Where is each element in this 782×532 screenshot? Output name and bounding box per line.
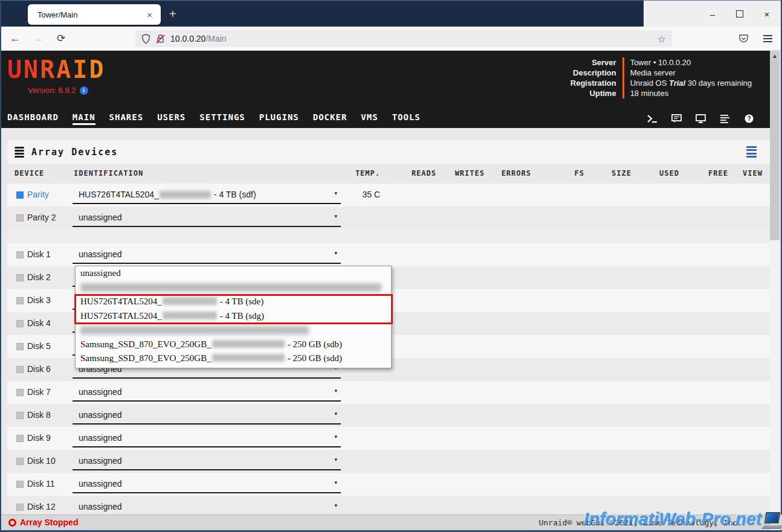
server-info-value: 18 minutes (624, 88, 752, 98)
censored-device-bar (80, 326, 309, 335)
back-button[interactable]: ← (6, 33, 24, 45)
nav-docker[interactable]: DOCKER (313, 112, 347, 125)
status-footer: Array Stopped Unraid® webGui ©2021, Lime… (1, 514, 782, 530)
nav-vms[interactable]: VMS (361, 112, 378, 125)
pocket-icon[interactable] (738, 34, 749, 43)
server-info-value: Tower • 10.0.0.20 (624, 57, 752, 68)
panel-title: Array Devices (31, 147, 118, 158)
device-select[interactable]: HUS726T4TAL5204_- 4 TB (sdf) ▾ (73, 184, 341, 204)
info-icon[interactable]: i (80, 86, 88, 95)
status-square-gray (16, 343, 24, 350)
col-writes: WRITES (439, 169, 485, 178)
chevron-down-icon: ▾ (334, 479, 337, 486)
disk-stack-icon (15, 147, 24, 158)
col-size: SIZE (590, 169, 632, 178)
device-label: Disk 3 (27, 295, 51, 305)
device-label: Disk 1 (27, 249, 51, 259)
select-value: HUS726T4TAL5204_- 4 TB (sdf) (79, 190, 256, 200)
tab-close-icon[interactable]: × (144, 10, 155, 20)
device-select[interactable]: unassigned ▾ (73, 243, 341, 264)
device-select[interactable]: unassigned ▾ (73, 207, 341, 227)
device-label: Disk 7 (27, 387, 51, 397)
page-scrollbar[interactable]: ▲ (770, 51, 780, 530)
scrollbar-thumb[interactable] (770, 62, 780, 240)
insecure-lock-icon[interactable] (155, 34, 166, 44)
minimize-button[interactable]: – (707, 9, 718, 19)
status-square-blue (16, 191, 24, 199)
shield-icon[interactable] (141, 34, 150, 44)
nav-dashboard[interactable]: DASHBOARD (7, 112, 59, 125)
col-free: FREE (684, 169, 728, 178)
device-select[interactable]: unassigned ▾ (73, 473, 341, 493)
url-bar[interactable]: 10.0.0.20/Main ☆ (135, 30, 672, 47)
censored-serial (212, 340, 285, 348)
censored-serial (212, 354, 285, 362)
server-info-value: Media server (624, 68, 752, 78)
status-square-gray (16, 412, 24, 419)
device-select[interactable]: unassigned ▾ (73, 404, 341, 425)
version-label: Version: 6.9.2 (28, 86, 76, 95)
nav-plugins[interactable]: PLUGINS (259, 112, 299, 125)
server-info-label: Uptime (570, 88, 624, 98)
close-button[interactable]: × (761, 9, 772, 19)
device-label: Disk 4 (27, 318, 51, 328)
new-tab-button[interactable]: + (169, 7, 176, 21)
log-icon[interactable] (720, 114, 730, 123)
nav-main[interactable]: MAIN (73, 112, 95, 125)
reload-button[interactable]: ⟳ (52, 32, 70, 45)
device-label: Parity 2 (27, 213, 56, 222)
table-row-parity: Parity HUS726T4TAL5204_- 4 TB (sdf) ▾ 35… (7, 184, 770, 207)
col-reads: READS (388, 169, 436, 178)
device-link[interactable]: Parity (27, 190, 49, 199)
url-host: 10.0.0.20 (170, 34, 205, 43)
dropdown-option-censored[interactable] (76, 323, 391, 338)
menu-icon[interactable] (763, 35, 772, 42)
table-row-disk9: Disk 9 unassigned ▾ (7, 427, 770, 450)
device-label: Disk 11 (27, 479, 55, 489)
dropdown-option-samsung-sdb[interactable]: Samsung_SSD_870_EVO_250GB_- 250 GB (sdb) (76, 338, 391, 352)
svg-text:?: ? (747, 115, 751, 122)
chevron-down-icon: ▾ (334, 502, 337, 508)
chevron-down-icon: ▾ (334, 250, 337, 256)
red-annotation-box (74, 294, 393, 324)
browser-toolbar: ← → ⟳ 10.0.0.20/Main ☆ (1, 27, 781, 51)
device-select[interactable]: unassigned ▾ (73, 427, 341, 447)
censored-device-bar (80, 283, 381, 292)
unraid-header: UNRAID Version: 6.9.2 i Server Tower • 1… (1, 51, 772, 109)
forward-button: → (29, 33, 47, 45)
status-square-gray (16, 481, 24, 488)
terminal-icon[interactable] (647, 114, 658, 123)
watermark-text: InformatiWeb-Pro.net (584, 509, 761, 529)
tab-bar: Tower/Main × + – × (1, 0, 781, 27)
array-status: Array Stopped (8, 518, 78, 527)
dropdown-option-unassigned[interactable]: unassigned (76, 266, 391, 281)
bookmark-star-icon[interactable]: ☆ (658, 33, 666, 45)
table-row-disk7: Disk 7 unassigned ▾ (7, 381, 770, 404)
help-icon[interactable]: ? (744, 114, 754, 123)
dropdown-option-samsung-sdd[interactable]: Samsung_SSD_870_EVO_250GB_- 250 GB (sdd) (76, 351, 391, 366)
nav-tools[interactable]: TOOLS (392, 112, 421, 125)
unraid-logo[interactable]: UNRAID (7, 56, 106, 83)
col-view: VIEW (732, 169, 763, 178)
dropdown-option-censored[interactable] (76, 281, 391, 295)
browser-tab[interactable]: Tower/Main × (28, 4, 161, 25)
nav-settings[interactable]: SETTINGS (199, 112, 245, 125)
device-select[interactable]: unassigned ▾ (73, 381, 341, 402)
device-select[interactable]: unassigned ▾ (73, 450, 341, 470)
nav-users[interactable]: USERS (157, 112, 186, 125)
scroll-up-icon[interactable]: ▲ (770, 51, 780, 62)
list-view-icon[interactable] (746, 146, 757, 158)
version-line: Version: 6.9.2 i (28, 86, 88, 95)
monitor-icon[interactable] (696, 114, 706, 123)
table-row-disk10: Disk 10 unassigned ▾ (7, 450, 770, 473)
status-square-gray (16, 366, 24, 373)
nav-shares[interactable]: SHARES (109, 112, 144, 125)
device-label: Disk 10 (27, 456, 56, 466)
status-square-gray (16, 214, 24, 222)
feedback-icon[interactable] (671, 114, 682, 123)
url-path: /Main (205, 34, 226, 43)
server-info-label: Description (570, 68, 624, 78)
array-devices-header: Array Devices (7, 140, 770, 164)
device-select[interactable]: unassigned ▾ (73, 496, 341, 516)
maximize-button[interactable] (736, 10, 743, 18)
